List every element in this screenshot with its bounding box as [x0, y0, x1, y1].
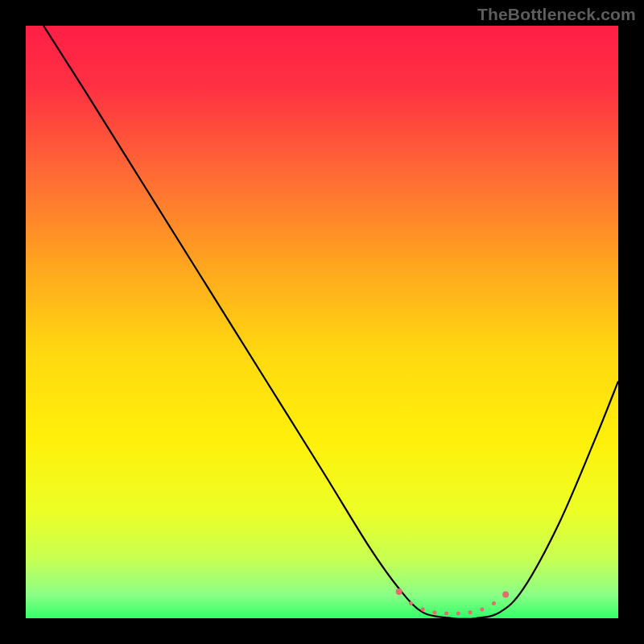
watermark-text: TheBottleneck.com — [477, 5, 636, 24]
marker-dot — [502, 592, 509, 598]
marker-dot — [469, 610, 473, 614]
chart-svg — [26, 26, 618, 618]
gradient-background — [26, 26, 618, 618]
marker-dot — [421, 607, 425, 611]
marker-dot — [396, 588, 402, 595]
marker-dot — [492, 601, 496, 605]
marker-dot — [456, 612, 460, 616]
marker-dot — [432, 610, 436, 614]
marker-dot — [444, 612, 448, 616]
marker-dot — [409, 601, 413, 605]
chart-frame — [26, 26, 618, 618]
marker-dot — [480, 607, 484, 611]
